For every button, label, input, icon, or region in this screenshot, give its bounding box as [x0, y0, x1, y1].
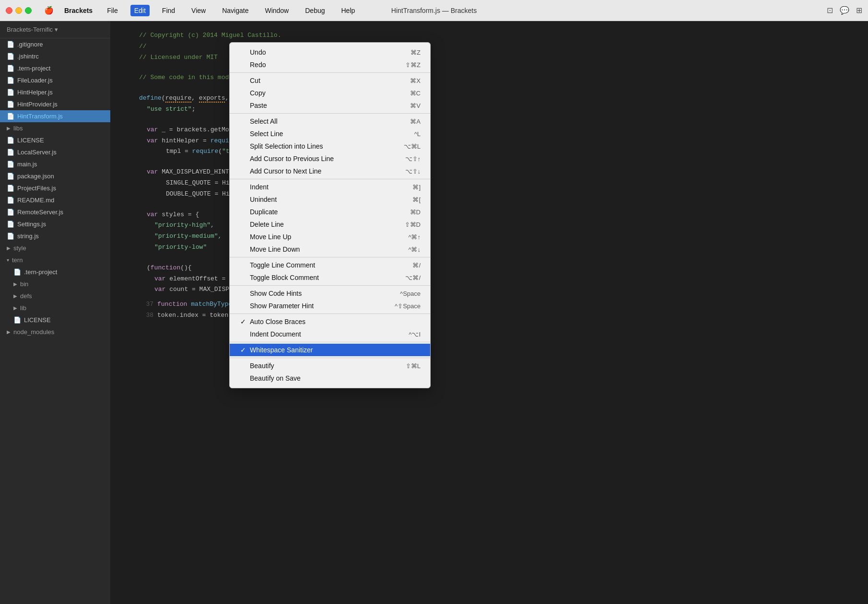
file-icon: 📄	[7, 161, 14, 168]
sidebar-item-license[interactable]: 📄LICENSE	[0, 134, 110, 146]
menu-item-undo-label: Undo	[250, 48, 411, 56]
sidebar-item-readme[interactable]: 📄README.md	[0, 194, 110, 206]
file-icon: 📄	[7, 89, 14, 96]
maximize-button[interactable]	[25, 7, 32, 14]
menu-item-indent-document[interactable]: Indent Document ^⌥I	[230, 328, 430, 340]
sidebar-item-jshintrc[interactable]: 📄.jshintrc	[0, 50, 110, 62]
menu-item-beautify[interactable]: Beautify ⇧⌘L	[230, 360, 430, 372]
sidebar-item-lib[interactable]: ▶lib	[0, 302, 110, 314]
menu-item-show-code-hints[interactable]: Show Code Hints ^Space	[230, 287, 430, 300]
menu-item-delete-line[interactable]: Delete Line ⇧⌘D	[230, 218, 430, 231]
menu-find[interactable]: Find	[158, 5, 179, 16]
sidebar-item-fileloader[interactable]: 📄FileLoader.js	[0, 74, 110, 86]
menu-item-cut-label: Cut	[250, 77, 410, 84]
menu-item-move-line-up[interactable]: Move Line Up ^⌘↑	[230, 231, 430, 243]
file-icon: 📄	[7, 221, 14, 228]
close-button[interactable]	[6, 7, 12, 14]
menu-item-auto-close-braces[interactable]: ✓ Auto Close Braces	[230, 315, 430, 328]
share-icon[interactable]: ⊡	[827, 6, 833, 15]
minimize-button[interactable]	[15, 7, 22, 14]
menu-item-toggle-line-comment[interactable]: Toggle Line Comment ⌘/	[230, 259, 430, 271]
menu-item-delete-line-label: Delete Line	[250, 221, 405, 228]
sidebar-item-projectfiles[interactable]: 📄ProjectFiles.js	[0, 182, 110, 194]
check-whitespace: ✓	[240, 346, 248, 354]
sidebar-item-style[interactable]: ▶style	[0, 242, 110, 254]
menu-edit[interactable]: Edit	[130, 5, 150, 16]
chat-icon[interactable]: 💬	[840, 6, 849, 15]
sidebar-item-localserver[interactable]: 📄LocalServer.js	[0, 146, 110, 158]
selection-section: Select All ⌘A Select Line ^L Split Selec…	[230, 114, 430, 179]
menu-item-toggle-block-comment[interactable]: Toggle Block Comment ⌥⌘/	[230, 271, 430, 284]
sidebar-item-hinthelper[interactable]: 📄HintHelper.js	[0, 86, 110, 98]
apple-icon[interactable]: 🍎	[44, 6, 54, 15]
sidebar-item-tern-project[interactable]: 📄.tern-project	[0, 62, 110, 74]
menu-item-move-line-down[interactable]: Move Line Down ^⌘↓	[230, 243, 430, 256]
menu-item-beautify-label: Beautify	[250, 362, 406, 370]
menu-navigate[interactable]: Navigate	[218, 5, 252, 16]
whitespace-section: ✓ Whitespace Sanitizer	[230, 342, 430, 358]
menu-item-select-all-shortcut: ⌘A	[410, 118, 421, 125]
menu-item-select-line[interactable]: Select Line ^L	[230, 128, 430, 140]
menu-item-paste-label: Paste	[250, 102, 410, 109]
menu-item-duplicate[interactable]: Duplicate ⌘D	[230, 206, 430, 218]
main-layout: Brackets-Ternific ▾ 📄.gitignore 📄.jshint…	[0, 21, 868, 604]
menu-item-beautify-on-save[interactable]: Beautify on Save	[230, 372, 430, 384]
sidebar-item-bin[interactable]: ▶bin	[0, 278, 110, 290]
sidebar-item-tern-project2[interactable]: 📄.tern-project	[0, 266, 110, 278]
menu-item-cut[interactable]: Cut ⌘X	[230, 74, 430, 87]
menu-item-move-line-up-shortcut: ^⌘↑	[408, 233, 421, 241]
sidebar-item-main[interactable]: 📄main.js	[0, 158, 110, 170]
menu-item-add-cursor-prev[interactable]: Add Cursor to Previous Line ⌥⇧↑	[230, 152, 430, 165]
sidebar-item-remoteserver[interactable]: 📄RemoteServer.js	[0, 206, 110, 218]
editor-area[interactable]: // Copyright (c) 2014 Miguel Castillo. /…	[110, 21, 868, 604]
menu-item-unindent[interactable]: Unindent ⌘[	[230, 193, 430, 206]
chevron-right-icon: ▶	[13, 281, 17, 287]
controls-icon[interactable]: ⊞	[856, 6, 862, 15]
menu-item-paste[interactable]: Paste ⌘V	[230, 99, 430, 112]
menu-item-split-selection[interactable]: Split Selection into Lines ⌥⌘L	[230, 140, 430, 152]
sidebar-item-settings[interactable]: 📄Settings.js	[0, 218, 110, 230]
menu-help[interactable]: Help	[338, 5, 359, 16]
menu-item-split-selection-shortcut: ⌥⌘L	[404, 143, 421, 150]
menu-item-add-cursor-next[interactable]: Add Cursor to Next Line ⌥⇧↓	[230, 165, 430, 177]
sidebar-item-package[interactable]: 📄package.json	[0, 170, 110, 182]
sidebar-item-tern[interactable]: ▾tern	[0, 254, 110, 266]
menu-item-whitespace-sanitizer[interactable]: ✓ Whitespace Sanitizer	[230, 344, 430, 356]
sidebar-item-string[interactable]: 📄string.js	[0, 230, 110, 242]
menu-debug[interactable]: Debug	[301, 5, 328, 16]
menu-item-indent[interactable]: Indent ⌘]	[230, 181, 430, 193]
sidebar-item-license2[interactable]: 📄LICENSE	[0, 314, 110, 326]
file-icon: 📄	[7, 113, 14, 120]
project-title[interactable]: Brackets-Ternific ▾	[0, 21, 110, 38]
sidebar-item-hintprovider[interactable]: 📄HintProvider.js	[0, 98, 110, 110]
menu-item-delete-line-shortcut: ⇧⌘D	[405, 221, 421, 228]
menu-item-toggle-line-comment-label: Toggle Line Comment	[250, 261, 412, 269]
menu-item-duplicate-label: Duplicate	[250, 208, 410, 216]
menu-item-unindent-shortcut: ⌘[	[412, 196, 421, 203]
dropdown-overlay[interactable]: Undo ⌘Z Redo ⇧⌘Z Cut ⌘X	[110, 21, 868, 604]
menu-window[interactable]: Window	[261, 5, 293, 16]
sidebar-item-hinttransform[interactable]: 📄HintTransform.js	[0, 110, 110, 122]
sidebar-item-node-modules[interactable]: ▶node_modules	[0, 326, 110, 338]
edit-menu-dropdown: Undo ⌘Z Redo ⇧⌘Z Cut ⌘X	[229, 42, 431, 388]
menu-item-redo[interactable]: Redo ⇧⌘Z	[230, 58, 430, 71]
menu-item-copy[interactable]: Copy ⌘C	[230, 87, 430, 99]
menu-item-undo[interactable]: Undo ⌘Z	[230, 46, 430, 58]
menu-item-select-all[interactable]: Select All ⌘A	[230, 115, 430, 128]
chevron-right-icon: ▶	[13, 293, 17, 299]
sidebar-item-gitignore[interactable]: 📄.gitignore	[0, 38, 110, 50]
traffic-lights	[6, 7, 32, 14]
file-icon: 📄	[7, 101, 14, 108]
menu-file[interactable]: File	[103, 5, 122, 16]
sidebar-item-libs[interactable]: ▶libs	[0, 122, 110, 134]
menu-view[interactable]: View	[188, 5, 210, 16]
clipboard-section: Cut ⌘X Copy ⌘C Paste ⌘V	[230, 73, 430, 114]
menu-item-show-code-hints-label: Show Code Hints	[250, 290, 400, 297]
sidebar-item-defs[interactable]: ▶defs	[0, 290, 110, 302]
menu-item-add-cursor-prev-shortcut: ⌥⇧↑	[405, 155, 421, 163]
menubar: 🍎 Brackets File Edit Find View Navigate …	[0, 0, 868, 21]
chevron-right-icon: ▶	[7, 126, 11, 131]
beautify-section: Beautify ⇧⌘L Beautify on Save	[230, 358, 430, 386]
menu-item-show-parameter-hint[interactable]: Show Parameter Hint ^⇧Space	[230, 300, 430, 312]
menu-item-toggle-block-comment-shortcut: ⌥⌘/	[405, 274, 421, 281]
